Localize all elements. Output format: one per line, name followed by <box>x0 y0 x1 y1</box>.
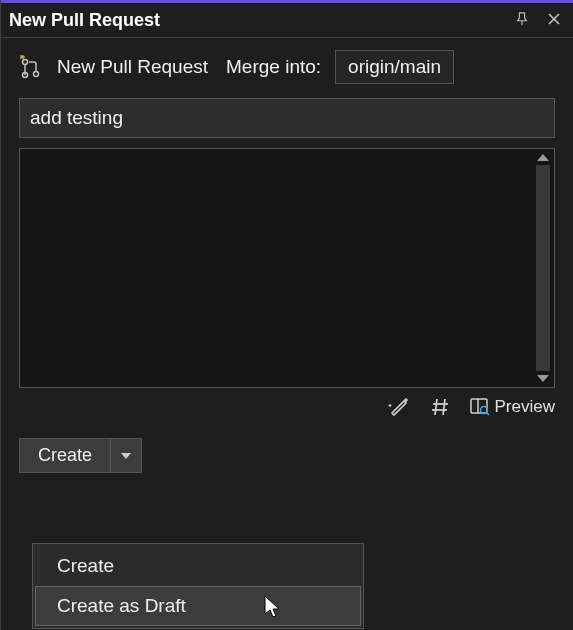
menu-item-create[interactable]: Create <box>35 546 361 586</box>
menu-item-create-as-draft[interactable]: Create as Draft <box>35 586 361 626</box>
pr-title-input[interactable] <box>19 98 555 138</box>
create-dropdown-menu: Create Create as Draft <box>32 543 364 629</box>
svg-point-5 <box>34 72 39 77</box>
create-row: Create <box>1 426 573 485</box>
hash-icon[interactable] <box>429 396 451 418</box>
create-button[interactable]: Create <box>20 439 110 472</box>
create-dropdown-button[interactable] <box>110 439 141 472</box>
create-split-button: Create <box>19 438 142 473</box>
svg-point-6 <box>22 57 23 58</box>
merge-into-label: Merge into: <box>226 56 321 78</box>
pull-request-panel: New Pull Request New Pull R <box>0 0 573 630</box>
scroll-down-icon[interactable] <box>537 375 549 382</box>
svg-line-9 <box>435 399 437 415</box>
preview-button[interactable]: Preview <box>469 397 555 417</box>
svg-point-2 <box>23 60 28 65</box>
target-branch-select[interactable]: origin/main <box>335 50 454 84</box>
scroll-up-icon[interactable] <box>537 154 549 161</box>
ai-suggest-icon[interactable] <box>387 396 411 418</box>
scrollbar[interactable] <box>534 151 552 385</box>
header-row: New Pull Request Merge into: origin/main <box>1 38 573 96</box>
panel-title: New Pull Request <box>9 10 501 31</box>
new-pull-request-icon <box>19 55 43 79</box>
svg-line-14 <box>486 413 489 416</box>
pin-icon[interactable] <box>511 8 533 33</box>
title-bar: New Pull Request <box>1 0 573 38</box>
pr-description-input[interactable] <box>20 149 532 387</box>
svg-line-10 <box>443 399 445 415</box>
description-toolbar: Preview <box>1 388 573 426</box>
close-icon[interactable] <box>543 8 565 33</box>
description-wrap <box>19 148 555 388</box>
header-label: New Pull Request <box>57 56 208 78</box>
scroll-track[interactable] <box>536 165 550 371</box>
chevron-down-icon <box>121 453 131 459</box>
title-input-wrap <box>19 98 555 138</box>
preview-label: Preview <box>495 397 555 417</box>
